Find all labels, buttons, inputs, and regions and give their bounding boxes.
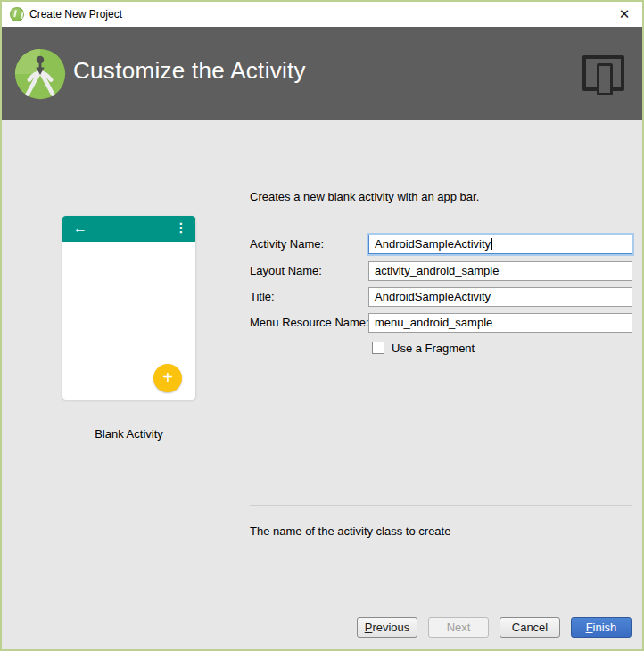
title-label: Title: [250,290,275,303]
field-hint: The name of the activity class to create [250,524,450,538]
wizard-header: Customize the Activity [2,27,642,120]
android-studio-icon [10,7,24,21]
android-studio-logo-icon [13,42,67,106]
titlebar: Create New Project ✕ [2,2,642,27]
preview-label: Blank Activity [62,427,195,441]
hint-divider [250,505,632,506]
cancel-button[interactable]: Cancel [500,617,560,638]
layout-name-label: Layout Name: [250,264,322,277]
finish-button-label: Finish [572,619,631,637]
next-button[interactable]: Next [428,617,489,638]
template-description: Creates a new blank activity with an app… [250,190,479,203]
overflow-menu-icon: ⋮ [175,220,187,235]
create-new-project-dialog: Create New Project ✕ Customize the Activ… [0,0,644,651]
activity-name-label: Activity Name: [250,237,324,251]
window-title: Create New Project [29,8,122,21]
title-value: AndroidSampleActivity [375,290,491,303]
use-fragment-checkbox[interactable] [372,342,384,354]
preview-appbar: ← ⋮ [62,216,195,242]
layout-name-input[interactable]: activity_android_sample [368,261,632,281]
back-arrow-icon: ← [73,220,87,236]
layout-name-value: activity_android_sample [375,264,499,277]
fab-add-icon: + [153,364,182,392]
title-input[interactable]: AndroidSampleActivity [368,287,632,307]
page-title: Customize the Activity [73,57,306,85]
previous-button-label: Previous [358,619,417,637]
text-caret [491,238,492,250]
next-button-label: Next [429,619,488,637]
menu-resource-name-input[interactable]: menu_android_sample [368,313,632,333]
phone-icon [597,63,613,95]
activity-name-value: AndroidSampleActivity [375,237,491,251]
activity-preview-card[interactable]: ← ⋮ + [62,216,195,400]
menu-resource-name-value: menu_android_sample [375,316,492,329]
previous-button[interactable]: Previous [357,617,417,638]
use-fragment-label: Use a Fragment [392,342,475,355]
finish-button[interactable]: Finish [571,617,632,638]
activity-name-input[interactable]: AndroidSampleActivity [368,235,632,254]
form-factor-icon [582,55,626,96]
close-icon[interactable]: ✕ [615,5,634,23]
cancel-button-label: Cancel [500,619,559,637]
menu-resource-name-label: Menu Resource Name: [250,316,369,329]
